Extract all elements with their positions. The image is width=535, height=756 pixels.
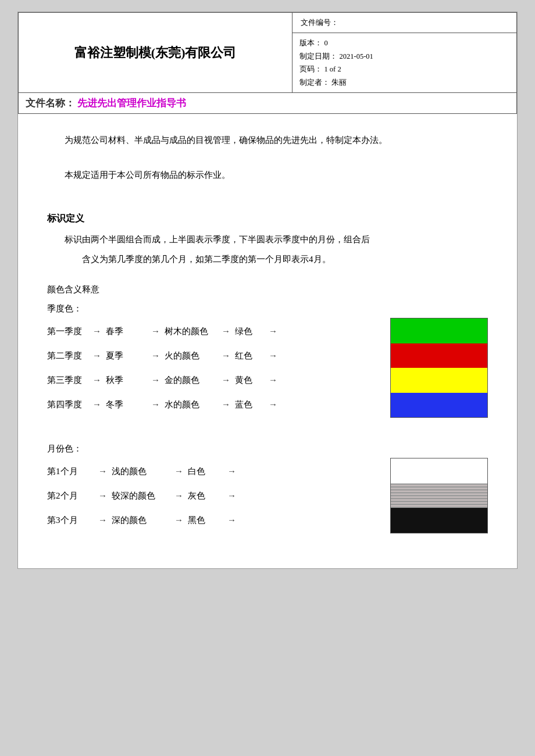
page-value: 1 of 2	[324, 65, 341, 73]
arrow-3a: →	[92, 375, 101, 385]
swatch-white	[391, 458, 487, 483]
season-4-element: 水的颜色	[165, 399, 217, 410]
season-row-3: 第三季度 → 秋季 → 金的颜色 → 黄色 →	[47, 369, 390, 391]
month-row-1: 第1个月 → 浅的颜色 → 白色 →	[47, 460, 390, 482]
season-4-label: 第四季度	[47, 399, 88, 410]
swatch-black	[391, 508, 487, 533]
month-row-3: 第3个月 → 深的颜色 → 黑色 →	[47, 509, 390, 531]
season-2-name: 夏季	[106, 350, 147, 361]
month-3-desc: 深的颜色	[112, 515, 170, 526]
m-arrow-1b: →	[174, 467, 183, 476]
arrow-3c: →	[222, 375, 230, 385]
header-table: 富裕注塑制模(东莞)有限公司 文件编号： 版本： 0 制定日期： 2021-05…	[18, 12, 517, 114]
intro-paragraph-2: 本规定适用于本公司所有物品的标示作业。	[47, 166, 488, 184]
month-swatch-block	[390, 458, 488, 533]
season-row-4: 第四季度 → 冬季 → 水的颜色 → 蓝色 →	[47, 393, 390, 415]
month-1-desc: 浅的颜色	[112, 466, 170, 477]
arrow-2c: →	[222, 351, 230, 361]
date-label: 制定日期：	[299, 52, 337, 60]
season-1-element: 树木的颜色	[165, 326, 217, 337]
arrow-1b: →	[151, 327, 160, 336]
month-1-colorname: 白色	[188, 466, 223, 477]
season-1-label: 第一季度	[47, 326, 88, 337]
file-title: 先进先出管理作业指导书	[77, 98, 186, 109]
season-swatch-block	[390, 318, 488, 418]
desc-para-1: 标识由两个半圆组合而成，上半圆表示季度，下半圆表示季度中的月份，组合后	[47, 231, 488, 248]
document-page: 富裕注塑制模(东莞)有限公司 文件编号： 版本： 0 制定日期： 2021-05…	[17, 12, 518, 569]
month-color-label: 月份色：	[47, 443, 488, 454]
m-arrow-3b: →	[174, 515, 183, 525]
arrow-4a: →	[92, 400, 101, 410]
season-2-element: 火的颜色	[165, 350, 217, 361]
desc-para-2: 含义为第几季度的第几个月，如第二季度的第一个月即表示4月。	[47, 250, 488, 268]
arrow-4d: →	[269, 400, 277, 410]
month-rows: 第1个月 → 浅的颜色 → 白色 → 第2个月 → 较深的颜色 → 灰色 →	[47, 458, 390, 533]
season-row-2: 第二季度 → 夏季 → 火的颜色 → 红色 →	[47, 345, 390, 367]
arrow-4c: →	[222, 400, 230, 410]
author-label: 制定者：	[299, 78, 330, 87]
month-2-desc: 较深的颜色	[112, 490, 170, 501]
arrow-2b: →	[151, 351, 160, 361]
arrow-1d: →	[269, 327, 277, 336]
date-value: 2021-05-01	[339, 52, 373, 60]
arrow-3b: →	[151, 375, 160, 385]
season-3-label: 第三季度	[47, 375, 88, 386]
m-arrow-1a: →	[98, 467, 107, 476]
season-4-colorname: 蓝色	[235, 399, 264, 410]
arrow-3d: →	[269, 375, 277, 385]
page-label: 页码：	[299, 65, 322, 73]
month-2-colorname: 灰色	[188, 490, 223, 501]
season-1-name: 春季	[106, 326, 147, 337]
season-3-element: 金的颜色	[165, 375, 217, 386]
season-color-block: 第一季度 → 春季 → 树木的颜色 → 绿色 → 第二季度 → 夏季 → 火的颜…	[47, 318, 488, 418]
m-arrow-2b: →	[174, 491, 183, 501]
season-2-label: 第二季度	[47, 350, 88, 361]
meta-info-cell: 版本： 0 制定日期： 2021-05-01 页码： 1 of 2 制定者： 朱…	[293, 33, 517, 93]
m-arrow-3a: →	[98, 515, 107, 525]
month-1-label: 第1个月	[47, 466, 94, 477]
doc-number-label: 文件编号：	[301, 18, 338, 27]
arrow-4b: →	[151, 400, 160, 410]
season-4-name: 冬季	[106, 399, 147, 410]
swatch-yellow	[391, 368, 487, 393]
version-label: 版本：	[299, 39, 322, 47]
month-2-label: 第2个月	[47, 490, 94, 501]
swatch-gray	[391, 483, 487, 508]
season-color-label: 季度色：	[47, 303, 488, 314]
month-row-2: 第2个月 → 较深的颜色 → 灰色 →	[47, 485, 390, 507]
season-1-colorname: 绿色	[235, 326, 264, 337]
swatch-red	[391, 343, 487, 368]
month-3-colorname: 黑色	[188, 515, 223, 526]
swatch-green	[391, 318, 487, 343]
swatch-blue	[391, 393, 487, 418]
section-title: 标识定义	[47, 213, 488, 225]
intro-paragraph-1: 为规范公司材料、半成品与成品的目视管理，确保物品的先进先出，特制定本办法。	[47, 131, 488, 149]
author-value: 朱丽	[331, 78, 347, 87]
arrow-1a: →	[92, 327, 101, 336]
season-row-1: 第一季度 → 春季 → 树木的颜色 → 绿色 →	[47, 320, 390, 342]
arrow-2d: →	[269, 351, 277, 361]
m-arrow-2a: →	[98, 491, 107, 501]
company-name: 富裕注塑制模(东莞)有限公司	[26, 37, 285, 69]
arrow-1c: →	[222, 327, 230, 336]
m-arrow-3c: →	[227, 515, 236, 525]
file-title-prefix: 文件名称：	[26, 98, 75, 109]
season-rows: 第一季度 → 春季 → 树木的颜色 → 绿色 → 第二季度 → 夏季 → 火的颜…	[47, 318, 390, 418]
season-2-colorname: 红色	[235, 350, 264, 361]
month-3-label: 第3个月	[47, 515, 94, 526]
content-area: 为规范公司材料、半成品与成品的目视管理，确保物品的先进先出，特制定本办法。 本规…	[18, 114, 517, 568]
month-color-block: 第1个月 → 浅的颜色 → 白色 → 第2个月 → 较深的颜色 → 灰色 →	[47, 458, 488, 533]
file-title-cell: 文件名称： 先进先出管理作业指导书	[19, 93, 517, 114]
version-value: 0	[324, 39, 327, 47]
m-arrow-2c: →	[227, 491, 236, 501]
arrow-2a: →	[92, 351, 101, 361]
color-meaning-title: 颜色含义释意	[47, 284, 488, 295]
season-3-colorname: 黄色	[235, 375, 264, 386]
m-arrow-1c: →	[227, 467, 236, 476]
season-3-name: 秋季	[106, 375, 147, 386]
